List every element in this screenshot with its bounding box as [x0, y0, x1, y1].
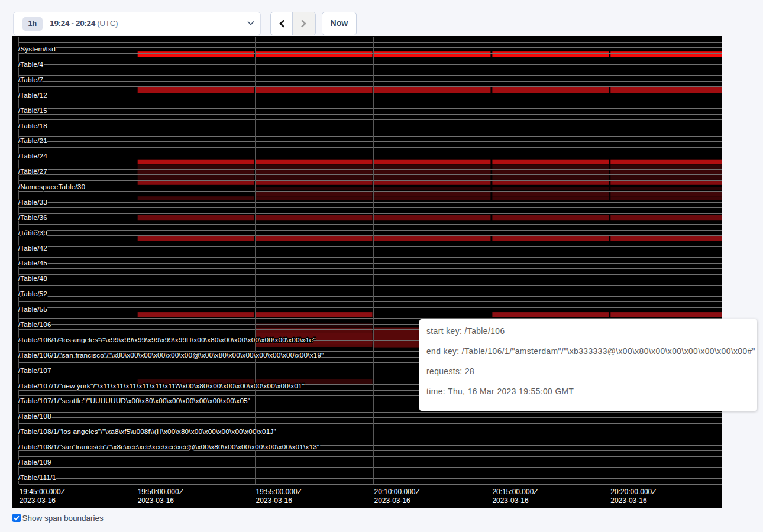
svg-text:/Table/106: /Table/106 [18, 320, 51, 328]
svg-text:/Table/107/1/"seattle"/"UUUUUU: /Table/107/1/"seattle"/"UUUUUUD\x00\x80\… [18, 397, 250, 404]
svg-text:2023-03-16: 2023-03-16 [138, 497, 174, 505]
svg-text:/Table/24: /Table/24 [18, 152, 47, 160]
svg-text:/Table/27: /Table/27 [18, 167, 47, 175]
svg-text:/Table/106/1/"san francisco"/": /Table/106/1/"san francisco"/"\x80\x00\x… [18, 351, 324, 359]
svg-text:/Table/45: /Table/45 [18, 259, 47, 267]
svg-text:/Table/111/1: /Table/111/1 [18, 473, 56, 481]
svg-text:/Table/36: /Table/36 [18, 213, 47, 221]
svg-text:/Table/12: /Table/12 [18, 91, 47, 99]
svg-text:/Table/7: /Table/7 [18, 76, 43, 83]
svg-text:/Table/106/1/"los angeles"/"\x: /Table/106/1/"los angeles"/"\x99\x99\x99… [18, 336, 316, 343]
svg-text:2023-03-16: 2023-03-16 [493, 497, 529, 505]
svg-text:19:50:00.000Z: 19:50:00.000Z [138, 488, 183, 496]
svg-text:/NamespaceTable/30: /NamespaceTable/30 [18, 183, 86, 190]
svg-text:/Table/108: /Table/108 [18, 412, 51, 420]
svg-text:/Table/107/1/"new york"/"\x11\: /Table/107/1/"new york"/"\x11\x11\x11\x1… [18, 382, 305, 390]
svg-text:2023-03-16: 2023-03-16 [20, 497, 56, 505]
svg-text:/Table/55: /Table/55 [18, 305, 47, 313]
svg-text:/Table/108/1/"san francisco"/": /Table/108/1/"san francisco"/"\x8c\xcc\x… [18, 443, 319, 450]
svg-text:/Table/52: /Table/52 [18, 290, 47, 297]
svg-text:/Table/39: /Table/39 [18, 229, 47, 236]
svg-text:2023-03-16: 2023-03-16 [374, 497, 411, 505]
svg-text:/Table/21: /Table/21 [18, 137, 47, 144]
svg-text:2023-03-16: 2023-03-16 [256, 497, 293, 505]
svg-text:/Table/48: /Table/48 [18, 274, 47, 282]
svg-text:19:45:00.000Z: 19:45:00.000Z [20, 488, 65, 496]
svg-text:/System/tsd: /System/tsd [18, 45, 56, 53]
svg-text:/Table/33: /Table/33 [18, 198, 47, 206]
svg-text:/Table/42: /Table/42 [18, 244, 47, 252]
svg-text:19:55:00.000Z: 19:55:00.000Z [256, 488, 302, 496]
svg-text:2023-03-16: 2023-03-16 [610, 497, 647, 505]
svg-text:/Table/109: /Table/109 [18, 458, 51, 466]
svg-text:/Table/4: /Table/4 [18, 60, 44, 68]
svg-text:20:20:00.000Z: 20:20:00.000Z [610, 488, 656, 496]
svg-text:/Table/18: /Table/18 [18, 122, 47, 129]
svg-text:/Table/15: /Table/15 [18, 106, 47, 114]
svg-text:/Table/108/1/"los angeles"/"\x: /Table/108/1/"los angeles"/"\xa8\xf5\u00… [18, 427, 276, 435]
svg-text:20:15:00.000Z: 20:15:00.000Z [493, 488, 538, 496]
svg-text:20:10:00.000Z: 20:10:00.000Z [374, 488, 420, 496]
svg-text:/Table/107: /Table/107 [18, 366, 51, 374]
